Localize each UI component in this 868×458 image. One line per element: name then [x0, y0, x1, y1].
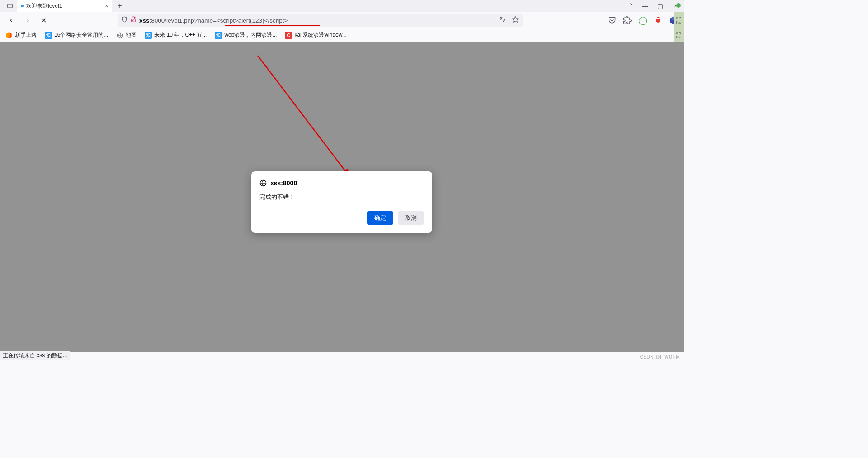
- bookmark-item-1[interactable]: 知 16个网络安全常用的...: [45, 31, 108, 39]
- alert-dialog: xss:8000 完成的不错！ 确定 取消: [251, 171, 432, 233]
- meter-value: 0.7: [676, 16, 681, 20]
- bookmark-item-0[interactable]: 新手上路: [5, 31, 37, 39]
- dialog-host: xss:8000: [270, 179, 297, 187]
- bookmark-label: 未来 10 年，C++ 五...: [154, 31, 207, 39]
- zhihu-icon: 知: [215, 32, 222, 39]
- bookmark-item-4[interactable]: 知 web渗透，内网渗透...: [215, 31, 277, 39]
- tabs-dropdown-icon[interactable]: ˅: [630, 2, 633, 9]
- bookmark-label: 16个网络安全常用的...: [54, 31, 108, 39]
- svg-rect-9: [657, 17, 660, 19]
- bookmark-item-3[interactable]: 知 未来 10 年，C++ 五...: [145, 31, 207, 39]
- csdn-icon: C: [285, 32, 292, 39]
- toolbar-extensions: ◯: [608, 16, 678, 25]
- svg-line-15: [258, 56, 350, 178]
- zhihu-icon: 知: [145, 32, 152, 39]
- insecure-lock-icon[interactable]: [130, 16, 137, 24]
- bookmarks-bar: 新手上路 知 16个网络安全常用的... 地图 知 未来 10 年，C++ 五.…: [0, 28, 684, 42]
- meter-unit: K/s: [676, 20, 681, 24]
- extension-bug-icon[interactable]: [654, 16, 663, 25]
- address-toolbar: xss:8000/level1.php?name=<script>alert(1…: [0, 12, 684, 28]
- url-path: /level1.php?name=: [165, 17, 216, 24]
- watermark-text: CSDN @I_WORM: [640, 354, 680, 359]
- pocket-icon[interactable]: [608, 16, 617, 25]
- url-bar[interactable]: xss:8000/level1.php?name=<script>alert(1…: [118, 14, 523, 27]
- tab-title: 欢迎来到level1: [26, 2, 62, 10]
- shield-icon[interactable]: [121, 16, 127, 24]
- tab-bar-right: ˅ — ▢ ×: [630, 2, 684, 9]
- svg-rect-0: [8, 4, 13, 8]
- window-controls: — ▢ ×: [642, 2, 678, 9]
- url-port: :8000: [150, 17, 165, 24]
- dialog-cancel-button[interactable]: 取消: [398, 211, 424, 225]
- dialog-buttons: 确定 取消: [259, 211, 424, 225]
- extension-green-icon[interactable]: ◯: [638, 16, 647, 25]
- browser-tab[interactable]: 欢迎来到level1 ×: [17, 0, 112, 12]
- bookmark-label: web渗透，内网渗透...: [224, 31, 277, 39]
- stop-reload-button[interactable]: [38, 14, 50, 26]
- status-bar: 正在传输来自 xss 的数据...: [0, 351, 70, 360]
- translate-icon[interactable]: [499, 16, 506, 25]
- bookmark-star-icon[interactable]: [512, 16, 519, 25]
- globe-icon: [116, 32, 123, 39]
- bookmark-item-5[interactable]: C kali系统渗透window...: [285, 31, 346, 39]
- url-text: xss:8000/level1.php?name=<script>alert(1…: [139, 17, 288, 24]
- dialog-ok-button[interactable]: 确定: [367, 211, 393, 225]
- side-menu-icon[interactable]: ≡: [675, 31, 682, 37]
- pinned-tab-icon[interactable]: [4, 1, 16, 11]
- extensions-icon[interactable]: [623, 16, 632, 25]
- zhihu-icon: 知: [45, 32, 52, 39]
- page-content: xss:8000 完成的不错！ 确定 取消: [0, 42, 684, 352]
- maximize-button[interactable]: ▢: [657, 2, 663, 9]
- dialog-message: 完成的不错！: [259, 193, 424, 201]
- minimize-button[interactable]: —: [642, 2, 647, 9]
- url-query: <script>alert(123)</script>: [217, 17, 288, 24]
- forward-button[interactable]: [22, 14, 33, 26]
- bookmark-label: kali系统渗透window...: [294, 31, 346, 39]
- url-host: xss: [139, 17, 150, 24]
- dialog-header: xss:8000: [259, 179, 424, 187]
- bookmark-label: 新手上路: [15, 31, 37, 39]
- system-indicator-icon: [676, 3, 681, 8]
- network-meter-upload: 0.7 K/s: [674, 12, 684, 28]
- bookmark-label: 地图: [126, 31, 137, 39]
- back-button[interactable]: [5, 14, 17, 26]
- tab-bar: 欢迎来到level1 × + ˅ — ▢ ×: [0, 0, 684, 12]
- bookmark-item-2[interactable]: 地图: [116, 31, 137, 39]
- tab-loading-dot: [21, 5, 24, 7]
- new-tab-button[interactable]: +: [114, 0, 126, 12]
- annotation-arrow: [253, 53, 357, 184]
- globe-icon: [259, 179, 267, 187]
- svg-marker-6: [512, 16, 518, 22]
- tab-close-button[interactable]: ×: [105, 2, 108, 9]
- firefox-icon: [5, 32, 13, 39]
- url-action-icons: [499, 16, 519, 25]
